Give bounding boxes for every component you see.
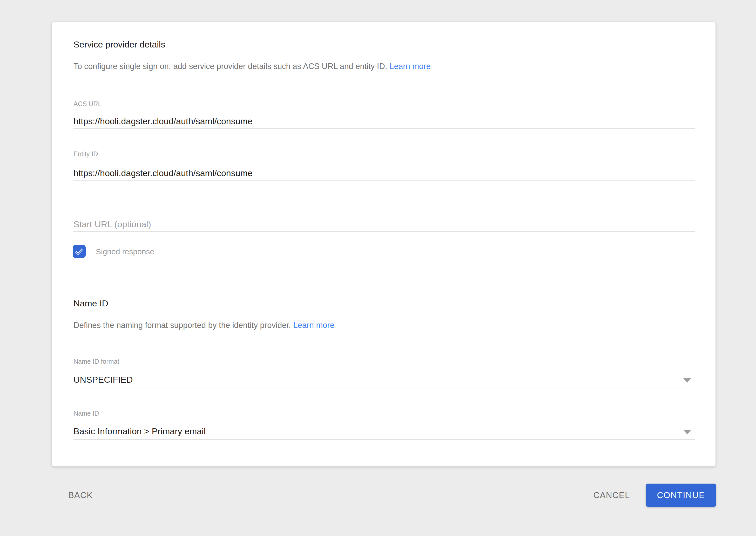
signed-response-checkbox[interactable]	[73, 245, 86, 258]
name-id-mapping-select[interactable]: Basic Information > Primary email	[73, 425, 695, 440]
back-button[interactable]: BACK	[62, 484, 99, 507]
name-id-mapping-value: Basic Information > Primary email	[73, 425, 206, 437]
intro-text: To configure single sign on, add service…	[73, 61, 431, 72]
name-id-format-value: UNSPECIFIED	[73, 374, 133, 385]
acs-url-label: ACS URL	[73, 100, 101, 108]
intro-text-body: To configure single sign on, add service…	[73, 62, 387, 71]
signed-response-label: Signed response	[96, 247, 154, 256]
name-id-learn-more-link[interactable]: Learn more	[293, 321, 334, 330]
start-url-input[interactable]	[73, 217, 695, 232]
continue-button[interactable]: CONTINUE	[646, 484, 716, 507]
entity-id-label: Entity ID	[73, 150, 98, 158]
name-id-intro-text: Defines the naming format supported by t…	[73, 320, 334, 331]
name-id-mapping-label: Name ID	[73, 409, 99, 417]
entity-id-input[interactable]	[73, 166, 695, 181]
service-provider-details-card: Service provider details To configure si…	[52, 21, 716, 467]
acs-url-input[interactable]	[73, 114, 695, 129]
learn-more-link[interactable]: Learn more	[390, 62, 431, 71]
name-id-intro-body: Defines the naming format supported by t…	[73, 321, 291, 330]
cancel-button[interactable]: CANCEL	[586, 484, 638, 507]
name-id-format-select[interactable]: UNSPECIFIED	[73, 374, 695, 388]
chevron-down-icon	[683, 378, 691, 383]
chevron-down-icon	[683, 430, 691, 434]
name-id-heading: Name ID	[73, 298, 108, 309]
name-id-format-label: Name ID format	[73, 357, 119, 365]
page-title: Service provider details	[73, 39, 165, 50]
